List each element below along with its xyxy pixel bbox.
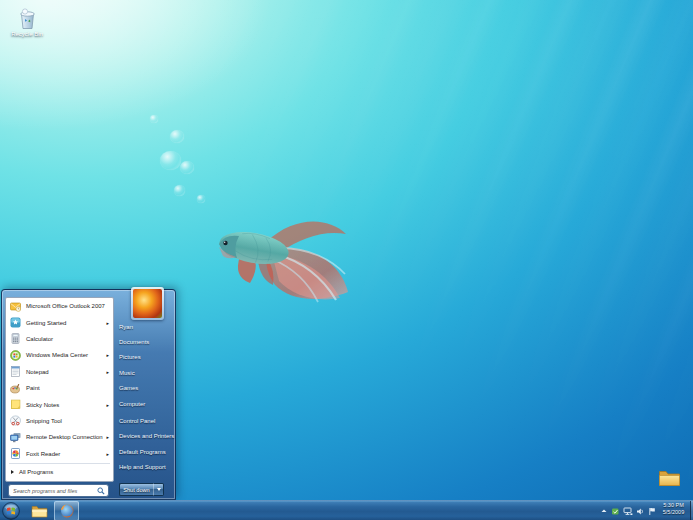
menu-item-calculator[interactable]: Calculator [6, 331, 113, 347]
menu-place-pictures[interactable]: Pictures [119, 350, 175, 365]
folder-icon [658, 468, 681, 487]
menu-place-documents[interactable]: Documents [119, 334, 175, 349]
recycle-bin-icon [17, 6, 38, 30]
menu-place-music[interactable]: Music [119, 365, 175, 380]
foxit-reader-icon [10, 448, 21, 459]
start-button[interactable] [2, 502, 20, 520]
taskbar-clock[interactable]: 5:30 PM 5/5/2009 [657, 502, 690, 520]
recycle-bin-label: Recycle Bin [11, 31, 43, 37]
menu-place-default-programs[interactable]: Default Programs [119, 444, 175, 459]
betta-fish [206, 202, 358, 308]
system-tray [600, 501, 657, 520]
media-center-icon [10, 350, 21, 361]
menu-place-help-support[interactable]: Help and Support [119, 460, 175, 475]
menu-place-games[interactable]: Games [119, 381, 175, 396]
user-picture [133, 289, 162, 318]
clock-time: 5:30 PM [657, 502, 690, 509]
submenu-arrow-icon: ▸ [106, 434, 109, 440]
taskbar: 5:30 PM 5/5/2009 [0, 500, 693, 520]
bubble [197, 195, 205, 203]
menu-item-notepad[interactable]: Notepad ▸ [6, 364, 113, 380]
menu-item-label: Notepad [26, 369, 49, 375]
menu-item-outlook[interactable]: Microsoft Office Outlook 2007 [6, 298, 113, 314]
menu-item-label: Getting Started [26, 320, 66, 326]
menu-item-label: Snipping Tool [26, 418, 62, 424]
bubble [150, 115, 158, 123]
tray-program-icon[interactable] [611, 507, 620, 516]
volume-icon[interactable] [636, 507, 645, 516]
start-menu: Microsoft Office Outlook 2007 Getting St… [1, 289, 176, 500]
taskbar-firefox-button[interactable] [54, 501, 79, 520]
submenu-arrow-icon: ▸ [106, 402, 109, 408]
search-input[interactable] [9, 488, 97, 494]
search-icon [97, 487, 105, 495]
menu-item-label: Foxit Reader [26, 451, 60, 457]
remote-desktop-icon [10, 432, 21, 443]
menu-item-label: Microsoft Office Outlook 2007 [26, 303, 105, 309]
menu-place-user[interactable]: Ryan [119, 319, 175, 334]
clock-date: 5/5/2009 [657, 509, 690, 516]
menu-item-snipping-tool[interactable]: Snipping Tool [6, 413, 113, 429]
menu-item-label: Paint [26, 385, 40, 391]
start-menu-places: Ryan Documents Pictures Music Games Comp… [119, 319, 175, 475]
menu-item-paint[interactable]: Paint [6, 380, 113, 396]
user-picture-tile[interactable] [131, 287, 164, 320]
network-icon[interactable] [623, 507, 633, 516]
shutdown-options-button[interactable] [153, 483, 164, 496]
menu-item-getting-started[interactable]: Getting Started ▸ [6, 314, 113, 330]
menu-separator [9, 463, 110, 464]
paint-icon [10, 383, 21, 394]
desktop-folder-shortcut[interactable] [647, 468, 691, 488]
menu-item-label: Windows Media Center [26, 352, 88, 358]
menu-place-devices-printers[interactable]: Devices and Printers [119, 429, 175, 444]
firefox-icon [59, 503, 75, 519]
menu-place-computer[interactable]: Computer [119, 396, 175, 411]
menu-item-sticky-notes[interactable]: Sticky Notes ▸ [6, 396, 113, 412]
start-menu-program-list: Microsoft Office Outlook 2007 Getting St… [5, 297, 114, 482]
menu-item-foxit-reader[interactable]: Foxit Reader ▸ [6, 446, 113, 462]
bubble [170, 130, 184, 143]
snipping-tool-icon [10, 415, 21, 426]
submenu-arrow-icon: ▸ [106, 320, 109, 326]
windows7-desktop: Recycle Bin Microsoft Office Outlook 200… [0, 0, 693, 520]
show-hidden-icons-button[interactable] [600, 507, 608, 515]
getting-started-icon [10, 317, 21, 328]
shutdown-control: Shut down [119, 483, 164, 496]
outlook-icon [10, 301, 21, 312]
chevron-down-icon [157, 488, 161, 491]
menu-item-media-center[interactable]: Windows Media Center ▸ [6, 347, 113, 363]
shutdown-label: Shut down [123, 487, 149, 493]
calculator-icon [10, 333, 21, 344]
notepad-icon [10, 366, 21, 377]
windows-explorer-icon [31, 504, 48, 518]
submenu-arrow-icon: ▸ [106, 451, 109, 457]
menu-item-label: Remote Desktop Connection [26, 434, 103, 440]
menu-item-label: Sticky Notes [26, 402, 59, 408]
start-search-box [8, 484, 109, 497]
recycle-bin-shortcut[interactable]: Recycle Bin [5, 6, 49, 37]
all-programs-label: All Programs [19, 469, 53, 475]
submenu-arrow-icon: ▸ [106, 352, 109, 358]
menu-item-label: Calculator [26, 336, 53, 342]
menu-item-remote-desktop[interactable]: Remote Desktop Connection ▸ [6, 429, 113, 445]
taskbar-explorer-button[interactable] [28, 501, 51, 520]
sticky-notes-icon [10, 399, 21, 410]
bubble [174, 185, 185, 196]
submenu-arrow-icon: ▸ [106, 369, 109, 375]
all-programs-arrow-icon [11, 470, 14, 474]
shutdown-button[interactable]: Shut down [119, 483, 153, 496]
bubble [180, 161, 194, 174]
action-center-flag-icon[interactable] [648, 507, 657, 516]
menu-place-control-panel[interactable]: Control Panel [119, 413, 175, 428]
bubble [160, 151, 181, 170]
all-programs-button[interactable]: All Programs [6, 465, 113, 480]
